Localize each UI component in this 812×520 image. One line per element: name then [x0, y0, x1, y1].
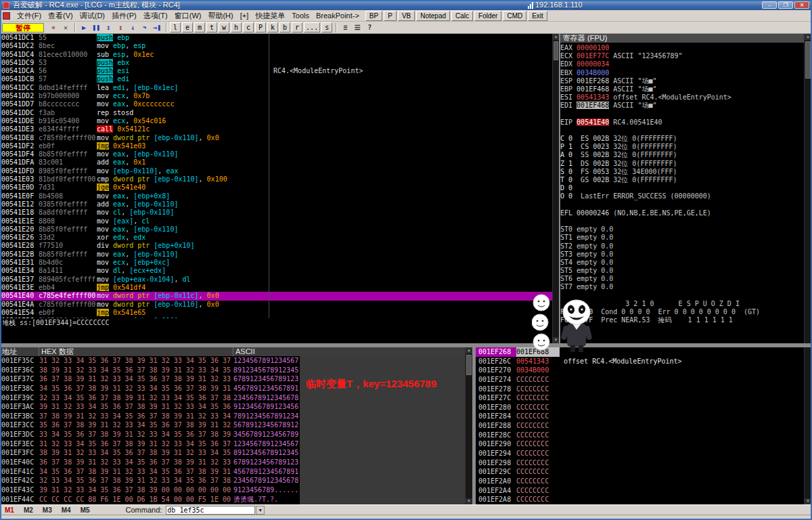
stack-row[interactable]: 001EF288CCCCCCCC — [476, 421, 804, 431]
command-dropdown-arrow[interactable]: ▼ — [256, 506, 265, 515]
disasm-row[interactable]: 00541E3Eebb4jmp 0x541df4 — [0, 284, 552, 292]
menu-item[interactable]: 文件(F) — [14, 11, 45, 21]
close-button[interactable]: ✕ — [794, 1, 809, 9]
stack-row[interactable]: 001EF2A4CCCCCCCC — [476, 486, 804, 496]
disasm-row[interactable]: 00541E208b85f0feffffmov eax, [ebp-0x110] — [0, 225, 552, 234]
stack-row[interactable]: 001EF29CCCCCCCCC — [476, 467, 804, 477]
menu-item[interactable]: 查看(V) — [45, 11, 76, 21]
disasm-row[interactable]: 00541E2633d2xor edx, edx — [0, 234, 552, 242]
disasm-row[interactable]: 00541E0D7d31jge 0x541e40 — [0, 183, 552, 192]
scrollbar-thumb[interactable] — [554, 41, 558, 60]
menu-item[interactable]: 选项(T) — [140, 11, 171, 21]
stack-row[interactable]: 001EF280CCCCCCCC — [476, 403, 804, 412]
stack-row[interactable]: 001EF298CCCCCCCC — [476, 458, 804, 468]
disasm-row[interactable]: 00541DE3e834f4ffffcall 0x54121c — [0, 125, 552, 133]
menu-item[interactable]: 窗口(W) — [171, 11, 205, 21]
disasm-row[interactable]: 00541DD2b97b000000mov ecx, 0x7b — [0, 92, 552, 100]
tab-m1[interactable]: M1 — [0, 506, 19, 514]
scroll-up-arrow[interactable]: ▲ — [466, 347, 472, 353]
scroll-up-arrow[interactable]: ▲ — [805, 34, 811, 40]
maximize-button[interactable]: ❐ — [778, 1, 793, 9]
disasm-row[interactable]: 00541E54eb0fjmp 0x541e65 — [0, 309, 552, 317]
dump-row[interactable]: 001EF42C32 33 34 35 36 37 38 39 31 32 33… — [0, 476, 300, 485]
stack-row[interactable]: 001EF274CCCCCCCC — [476, 375, 804, 385]
dump-scrollbar[interactable]: ▲ ▼ — [465, 347, 472, 504]
dump-row[interactable]: 001EF43C39 31 32 33 34 35 36 37 38 39 00… — [0, 485, 300, 495]
register-line[interactable] — [560, 201, 804, 209]
stack-row[interactable]: 001EF290CCCCCCCC — [476, 439, 804, 449]
disasm-row[interactable]: 00541DCB57push edi — [0, 75, 552, 83]
register-line[interactable]: ESP 001EF268 ASCII "场■" — [560, 77, 804, 85]
disasm-row[interactable]: 00541E37889405fcfeffffmov [ebp+eax-0x104… — [0, 276, 552, 284]
quick-button-calc[interactable]: Calc — [451, 11, 473, 21]
dump-col-ascii[interactable]: ASCII — [233, 347, 465, 356]
stack-row[interactable]: 001EF278CCCCCCCC — [476, 385, 804, 394]
stack-row[interactable]: 001EF284CCCCCCCC — [476, 412, 804, 421]
register-line[interactable]: EBX 0034B000 — [560, 69, 804, 77]
register-line[interactable]: ST4 empty 0.0 — [560, 259, 804, 267]
disasm-row[interactable]: 00541DFD8985f0feffffmov [ebp-0x110], eax — [0, 167, 552, 175]
register-line[interactable]: ST0 empty 0.0 — [560, 225, 804, 234]
register-line[interactable]: O 0 LastErr ERROR_SUCCESS (00000000) — [560, 192, 804, 200]
toolbar-button[interactable]: ... — [304, 22, 320, 32]
disasm-row[interactable]: 00541DF2eb0fjmp 0x541e03 — [0, 142, 552, 150]
toolbar-button[interactable]: ❚❚ — [90, 22, 102, 33]
register-line[interactable]: S 0 FS 0053 32位 34E000(FFF) — [560, 168, 804, 176]
register-line[interactable]: ST5 empty 0.0 — [560, 267, 804, 275]
register-line[interactable]: ST3 empty 0.0 — [560, 251, 804, 259]
horizontal-splitter[interactable] — [0, 343, 812, 347]
disasm-row[interactable]: 00541E2B8b85f0feffffmov eax, [ebp-0x110] — [0, 251, 552, 259]
disasm-row[interactable]: 00541DE8c785f0feffff00mov dword ptr [ebp… — [0, 134, 552, 142]
toolbar-button[interactable]: « — [47, 22, 60, 33]
menu-item[interactable]: 帮助(H) — [204, 11, 236, 21]
title-bar[interactable]: 吾爱破解 - RC4.exe - [LCG - m主线程, 模块 - RC4] … — [0, 0, 812, 10]
minimize-button[interactable]: – — [762, 1, 777, 9]
dump-row[interactable]: 001EF3BC37 38 39 31 32 33 34 35 36 37 38… — [0, 412, 300, 421]
stack-row[interactable]: 001EF27CCCCCCCCC — [476, 393, 804, 403]
register-line[interactable]: EIP 00541E40 RC4.00541E40 — [560, 118, 804, 127]
disasm-row[interactable]: 00541E348a1411mov dl, [ecx+edx] — [0, 267, 552, 275]
right-scrollbar[interactable]: ▲ ▼ — [804, 34, 811, 504]
disasm-row[interactable]: 00541DCA56push esiRC4.<ModuleEntryPoint> — [0, 67, 552, 75]
register-line[interactable]: A 0 SS 002B 32位 0(FFFFFFFF) — [560, 151, 804, 159]
tab-m4[interactable]: M4 — [57, 506, 76, 514]
register-line[interactable]: ST6 empty 0.0 — [560, 275, 804, 283]
register-line[interactable]: EFL 00000246 (NO,NB,E,BE,NS,PE,GE,LE) — [560, 209, 804, 217]
register-line[interactable]: ST2 empty 0.0 — [560, 242, 804, 251]
disasm-row[interactable]: 00541DFA83c001add eax, 0x1 — [0, 158, 552, 167]
dump-col-hex[interactable]: HEX 数据 — [39, 347, 233, 356]
dump-row[interactable]: 001EF3CC35 36 37 38 39 31 32 33 34 35 36… — [0, 420, 300, 430]
disasm-row[interactable]: 00541E4Ac785f0feffff00mov dword ptr [ebp… — [0, 301, 552, 309]
register-line[interactable] — [560, 127, 804, 135]
disasm-row[interactable]: 00541DC481ecec010000sub esp, 0x1ec — [0, 51, 552, 59]
disasm-row[interactable]: 00541E0381bdf0feffff00cmp dword ptr [ebp… — [0, 175, 552, 183]
command-input[interactable] — [166, 506, 255, 515]
dump-row[interactable]: 001EF36C38 39 31 32 33 34 35 36 37 38 39… — [0, 366, 300, 375]
toolbar-button[interactable]: m — [194, 22, 205, 32]
quick-button-exit[interactable]: Exit — [528, 11, 547, 21]
dump-row[interactable]: 001EF3DC33 34 35 36 37 38 39 31 32 33 34… — [0, 430, 300, 439]
stack-row[interactable]: 001EF2A8CCCCCCCC — [476, 495, 804, 504]
register-line[interactable]: ECX 001EF77C ASCII "123456789" — [560, 52, 804, 60]
scrollbar-thumb[interactable] — [805, 41, 811, 79]
toolbar-button[interactable]: ▶ — [78, 22, 90, 33]
register-line[interactable]: P 1 CS 0023 32位 0(FFFFFFFF) — [560, 143, 804, 151]
quick-button-cmd[interactable]: CMD — [503, 11, 526, 21]
toolbar-button[interactable]: ≡ — [339, 22, 351, 33]
toolbar-button[interactable]: l — [170, 22, 181, 32]
disasm-row[interactable]: 00541DCC8dbd14fefffflea edi, [ebp-0x1ec] — [0, 84, 552, 92]
stack-row[interactable]: 001EF2700034B000 — [476, 366, 804, 375]
dump-row[interactable]: 001EF39C32 33 34 35 36 37 38 39 31 32 33… — [0, 393, 300, 403]
scroll-down-arrow[interactable]: ▼ — [805, 498, 811, 504]
column-splitter[interactable] — [269, 34, 269, 318]
register-line[interactable]: EDI 001EF468 ASCII "场■" — [560, 102, 804, 110]
toolbar-button[interactable]: w — [219, 22, 229, 32]
scroll-up-arrow[interactable]: ▲ — [553, 34, 559, 40]
menu-item[interactable]: [+] — [237, 12, 252, 20]
toolbar-button[interactable]: e — [182, 22, 193, 32]
disasm-row[interactable]: 00541E1E8808mov [eax], cl — [0, 217, 552, 225]
registers-header[interactable]: 寄存器 (FPU) — [560, 34, 804, 43]
tab-m5[interactable]: M5 — [76, 506, 95, 514]
disasm-row[interactable]: 00541DC953push ebx — [0, 59, 552, 67]
dump-row[interactable]: 001EF3FC38 39 31 32 33 34 35 36 37 38 39… — [0, 448, 300, 458]
